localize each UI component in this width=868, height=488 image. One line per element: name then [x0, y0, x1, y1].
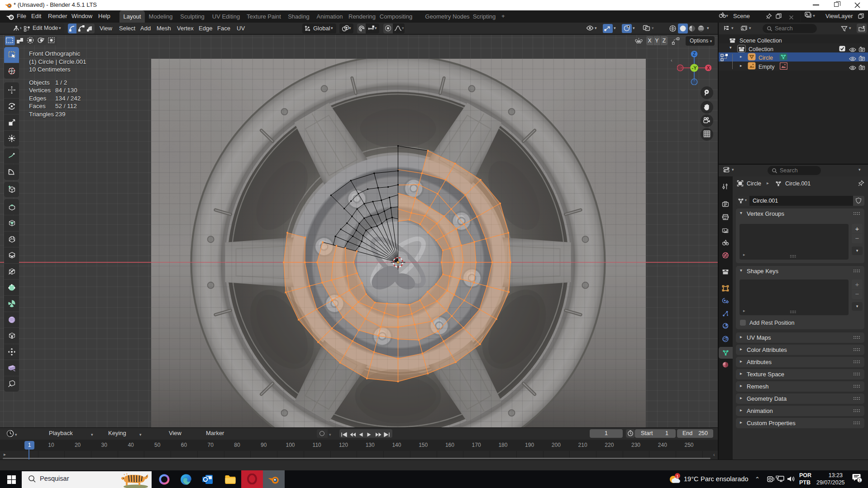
svg-text:1: 1	[676, 474, 678, 479]
svg-text:-Y: -Y	[692, 65, 697, 71]
svg-text:X: X	[707, 66, 710, 71]
svg-text:Z: Z	[693, 52, 696, 57]
svg-text:1: 1	[858, 478, 861, 483]
